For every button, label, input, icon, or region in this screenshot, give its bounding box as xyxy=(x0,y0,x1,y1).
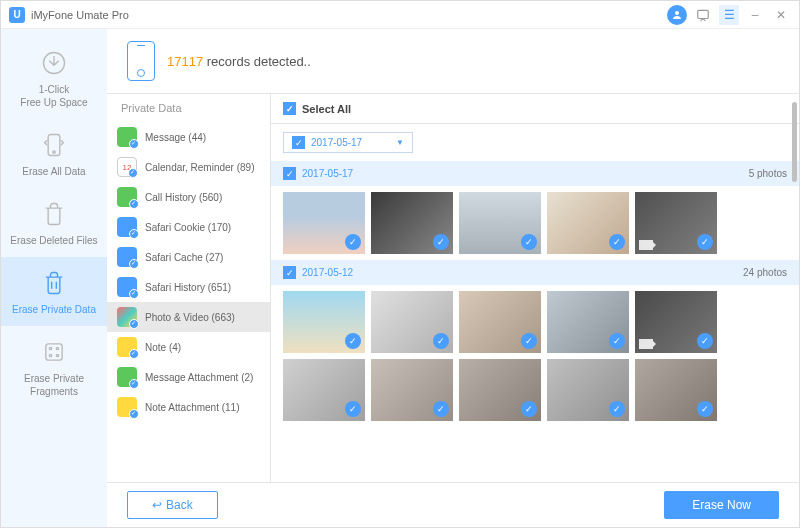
category-label: Safari History (651) xyxy=(145,282,231,293)
category-item[interactable]: Safari History (651) xyxy=(107,272,270,302)
thumb-checkbox[interactable]: ✓ xyxy=(345,234,361,250)
svg-point-7 xyxy=(56,347,58,349)
thumbnail[interactable]: ✓ xyxy=(283,192,365,254)
group-checkbox[interactable]: ✓ xyxy=(283,167,296,180)
category-list: Message (44)12Calendar, Reminder (89)Cal… xyxy=(107,122,270,482)
svg-point-0 xyxy=(675,11,679,15)
svg-rect-3 xyxy=(48,135,60,156)
thumbnail[interactable]: ✓ xyxy=(371,192,453,254)
date-value: 2017-05-17 xyxy=(311,137,362,148)
sidebar-item-3[interactable]: Erase Private Data xyxy=(1,257,107,326)
category-item[interactable]: 12Calendar, Reminder (89) xyxy=(107,152,270,182)
select-all-label: Select All xyxy=(302,103,351,115)
category-icon xyxy=(117,277,137,297)
menu-icon[interactable]: ☰ xyxy=(719,5,739,25)
thumb-checkbox[interactable]: ✓ xyxy=(697,401,713,417)
category-icon xyxy=(117,217,137,237)
thumb-checkbox[interactable]: ✓ xyxy=(609,234,625,250)
category-label: Safari Cache (27) xyxy=(145,252,223,263)
date-checkbox[interactable]: ✓ xyxy=(292,136,305,149)
thumb-checkbox[interactable]: ✓ xyxy=(697,333,713,349)
group-header[interactable]: ✓2017-05-175 photos xyxy=(271,161,799,186)
category-item[interactable]: Photo & Video (663) xyxy=(107,302,270,332)
category-title: Private Data xyxy=(107,94,270,122)
back-arrow-icon: ↩ xyxy=(152,498,162,512)
svg-point-6 xyxy=(49,347,51,349)
svg-rect-1 xyxy=(698,10,709,18)
thumb-checkbox[interactable]: ✓ xyxy=(433,333,449,349)
group-checkbox[interactable]: ✓ xyxy=(283,266,296,279)
category-icon xyxy=(117,187,137,207)
sidebar-item-2[interactable]: Erase Deleted Files xyxy=(1,188,107,257)
thumbnail[interactable]: ✓ xyxy=(635,192,717,254)
thumbnail[interactable]: ✓ xyxy=(459,192,541,254)
thumbnail[interactable]: ✓ xyxy=(459,359,541,421)
thumbnail[interactable]: ✓ xyxy=(547,359,629,421)
erase-now-button[interactable]: Erase Now xyxy=(664,491,779,519)
select-all-row[interactable]: ✓ Select All xyxy=(271,94,799,124)
category-icon xyxy=(117,367,137,387)
records-label: records detected.. xyxy=(207,54,311,69)
category-icon xyxy=(117,307,137,327)
nav-icon xyxy=(38,267,70,299)
thumbnail[interactable]: ✓ xyxy=(547,291,629,353)
thumb-checkbox[interactable]: ✓ xyxy=(521,333,537,349)
user-avatar-icon[interactable] xyxy=(667,5,687,25)
video-icon xyxy=(639,240,653,250)
chevron-down-icon: ▼ xyxy=(396,138,404,147)
category-item[interactable]: Call History (560) xyxy=(107,182,270,212)
thumbnail[interactable]: ✓ xyxy=(635,291,717,353)
thumb-checkbox[interactable]: ✓ xyxy=(609,333,625,349)
feedback-icon[interactable] xyxy=(693,5,713,25)
group-count: 24 photos xyxy=(743,267,787,278)
group-date: 2017-05-17 xyxy=(302,168,353,179)
date-dropdown[interactable]: ✓ 2017-05-17 ▼ xyxy=(283,132,413,153)
thumbnail[interactable]: ✓ xyxy=(635,359,717,421)
minimize-button[interactable]: – xyxy=(745,5,765,25)
category-item[interactable]: Note (4) xyxy=(107,332,270,362)
category-icon xyxy=(117,337,137,357)
category-item[interactable]: Message Attachment (2) xyxy=(107,362,270,392)
thumb-checkbox[interactable]: ✓ xyxy=(609,401,625,417)
group-date: 2017-05-12 xyxy=(302,267,353,278)
svg-point-9 xyxy=(56,354,58,356)
sidebar-item-1[interactable]: Erase All Data xyxy=(1,119,107,188)
category-item[interactable]: Note Attachment (11) xyxy=(107,392,270,422)
svg-point-4 xyxy=(53,151,55,153)
select-all-checkbox[interactable]: ✓ xyxy=(283,102,296,115)
category-label: Note (4) xyxy=(145,342,181,353)
thumb-checkbox[interactable]: ✓ xyxy=(521,234,537,250)
back-button[interactable]: ↩Back xyxy=(127,491,218,519)
thumb-checkbox[interactable]: ✓ xyxy=(345,401,361,417)
titlebar: U iMyFone Umate Pro ☰ – ✕ xyxy=(1,1,799,29)
category-item[interactable]: Safari Cookie (170) xyxy=(107,212,270,242)
thumbnail[interactable]: ✓ xyxy=(459,291,541,353)
sidebar: 1-ClickFree Up SpaceErase All DataErase … xyxy=(1,29,107,527)
category-item[interactable]: Message (44) xyxy=(107,122,270,152)
category-label: Call History (560) xyxy=(145,192,222,203)
svg-rect-5 xyxy=(46,344,62,360)
thumb-checkbox[interactable]: ✓ xyxy=(521,401,537,417)
nav-icon xyxy=(38,129,70,161)
thumb-checkbox[interactable]: ✓ xyxy=(697,234,713,250)
app-title: iMyFone Umate Pro xyxy=(31,9,129,21)
thumbnail[interactable]: ✓ xyxy=(283,359,365,421)
thumbnail[interactable]: ✓ xyxy=(371,291,453,353)
thumbnail[interactable]: ✓ xyxy=(547,192,629,254)
sidebar-item-4[interactable]: Erase PrivateFragments xyxy=(1,326,107,408)
category-label: Photo & Video (663) xyxy=(145,312,235,323)
sidebar-item-0[interactable]: 1-ClickFree Up Space xyxy=(1,37,107,119)
group-header[interactable]: ✓2017-05-1224 photos xyxy=(271,260,799,285)
close-button[interactable]: ✕ xyxy=(771,5,791,25)
thumb-checkbox[interactable]: ✓ xyxy=(433,234,449,250)
thumb-checkbox[interactable]: ✓ xyxy=(433,401,449,417)
app-logo: U xyxy=(9,7,25,23)
scrollbar[interactable] xyxy=(792,102,797,182)
records-count: 17117 xyxy=(167,54,203,69)
category-label: Note Attachment (11) xyxy=(145,402,240,413)
category-item[interactable]: Safari Cache (27) xyxy=(107,242,270,272)
thumb-checkbox[interactable]: ✓ xyxy=(345,333,361,349)
thumbnail[interactable]: ✓ xyxy=(371,359,453,421)
thumbnail[interactable]: ✓ xyxy=(283,291,365,353)
nav-icon xyxy=(38,47,70,79)
